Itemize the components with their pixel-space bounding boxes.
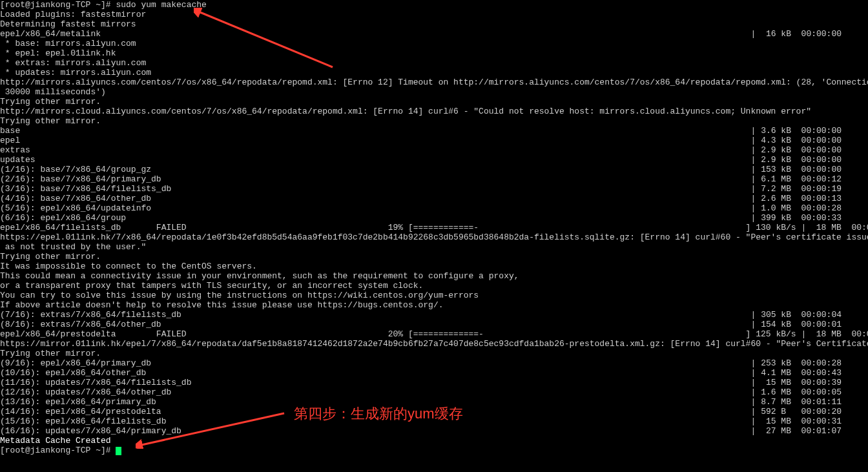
terminal-line: * base: mirrors.aliyun.com bbox=[0, 39, 868, 48]
terminal-line: Metadata Cache Created bbox=[0, 436, 868, 446]
terminal-line: (5/16): epel/x86_64/updateinfo| 1.0 MB 0… bbox=[0, 203, 868, 213]
terminal-line: (13/16): epel/x86_64/primary_db| 8.7 MB … bbox=[0, 397, 868, 407]
terminal-line: Trying other mirror. bbox=[0, 349, 868, 358]
terminal-line: epel/x86_64/filelists_db FAILED 19% [===… bbox=[0, 223, 868, 232]
terminal-line: (9/16): epel/x86_64/primary_db| 253 kB 0… bbox=[0, 358, 868, 368]
terminal-line: http://mirrors.cloud.aliyuncs.com/centos… bbox=[0, 107, 868, 116]
terminal-line: It was impossible to connect to the Cent… bbox=[0, 262, 868, 271]
terminal-line: or a transparent proxy that tampers with… bbox=[0, 281, 868, 291]
terminal-line: (7/16): extras/7/x86_64/filelists_db| 30… bbox=[0, 310, 868, 320]
terminal-line: extras| 2.9 kB 00:00:00 bbox=[0, 145, 868, 155]
terminal-line: (16/16): updates/7/x86_64/primary_db| 27… bbox=[0, 426, 868, 436]
shell-prompt: [root@jiankong-TCP ~]# bbox=[0, 446, 116, 455]
terminal-line: You can try to solve this issue by using… bbox=[0, 291, 868, 300]
terminal-line: http://mirrors.aliyuncs.com/centos/7/os/… bbox=[0, 77, 868, 87]
terminal-line: Loaded plugins: fastestmirror bbox=[0, 10, 868, 19]
terminal-line: (15/16): epel/x86_64/filelists_db| 15 MB… bbox=[0, 416, 868, 426]
terminal-line: This could mean a connectivity issue in … bbox=[0, 271, 868, 281]
terminal-line: base| 3.6 kB 00:00:00 bbox=[0, 126, 868, 136]
terminal-line: (14/16): epel/x86_64/prestodelta| 592 B … bbox=[0, 407, 868, 416]
terminal-prompt-line[interactable]: [root@jiankong-TCP ~]# bbox=[0, 446, 868, 455]
terminal-line: 30000 milliseconds') bbox=[0, 87, 868, 97]
terminal-line: (10/16): epel/x86_64/other_db| 4.1 MB 00… bbox=[0, 368, 868, 378]
terminal-line: epel/x86_64/metalink| 16 kB 00:00:00 bbox=[0, 29, 868, 39]
terminal-line: [root@jiankong-TCP ~]# sudo yum makecach… bbox=[0, 0, 868, 10]
terminal-output[interactable]: [root@jiankong-TCP ~]# sudo yum makecach… bbox=[0, 0, 868, 455]
terminal-line: * extras: mirrors.aliyun.com bbox=[0, 58, 868, 68]
terminal-line: (11/16): updates/7/x86_64/filelists_db| … bbox=[0, 378, 868, 387]
terminal-line: * updates: mirrors.aliyun.com bbox=[0, 68, 868, 77]
terminal-line: (6/16): epel/x86_64/group| 399 kB 00:00:… bbox=[0, 213, 868, 223]
terminal-line: epel/x86_64/prestodelta FAILED 20% [====… bbox=[0, 329, 868, 339]
terminal-line: https://mirror.01link.hk/epel/7/x86_64/r… bbox=[0, 339, 868, 349]
terminal-line: (12/16): updates/7/x86_64/other_db| 1.6 … bbox=[0, 387, 868, 397]
cursor bbox=[116, 447, 121, 455]
terminal-line: Trying other mirror. bbox=[0, 116, 868, 126]
terminal-line: (4/16): base/7/x86_64/other_db| 2.6 MB 0… bbox=[0, 194, 868, 203]
terminal-line: (3/16): base/7/x86_64/filelists_db| 7.2 … bbox=[0, 184, 868, 194]
terminal-line: * epel: epel.01link.hk bbox=[0, 48, 868, 58]
terminal-line: (1/16): base/7/x86_64/group_gz| 153 kB 0… bbox=[0, 165, 868, 174]
terminal-line: as not trusted by the user." bbox=[0, 242, 868, 252]
terminal-line: updates| 2.9 kB 00:00:00 bbox=[0, 155, 868, 165]
terminal-line: Trying other mirror. bbox=[0, 252, 868, 262]
terminal-line: (2/16): base/7/x86_64/primary_db| 6.1 MB… bbox=[0, 174, 868, 184]
terminal-line: epel| 4.3 kB 00:00:00 bbox=[0, 136, 868, 145]
terminal-line: https://epel.01link.hk/7/x86_64/repodata… bbox=[0, 232, 868, 242]
terminal-line: Trying other mirror. bbox=[0, 97, 868, 107]
terminal-line: If above article doesn't help to resolve… bbox=[0, 300, 868, 310]
terminal-line: Determining fastest mirrors bbox=[0, 19, 868, 29]
terminal-line: (8/16): extras/7/x86_64/other_db| 154 kB… bbox=[0, 320, 868, 329]
